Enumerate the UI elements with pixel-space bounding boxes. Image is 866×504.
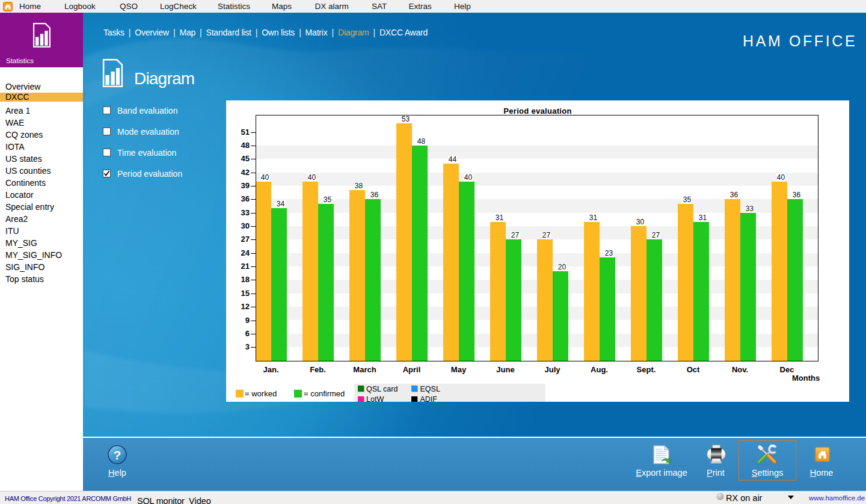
svg-text:?: ? xyxy=(114,448,121,462)
